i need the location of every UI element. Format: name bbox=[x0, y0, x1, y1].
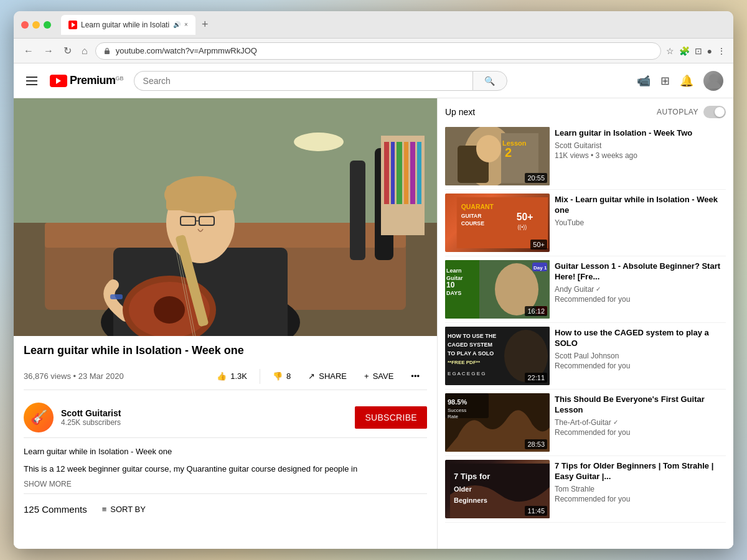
sidebar-video-2[interactable]: QUARANT GUITAR COURSE 50+ ((•)) 50+ Mix … bbox=[445, 190, 726, 256]
sidebar-video-title-2: Mix - Learn guitar while in Isolation - … bbox=[555, 195, 726, 216]
video-info: Learn guitar while in Isolation - Week o… bbox=[14, 336, 437, 527]
youtube-logo[interactable]: PremiumGB bbox=[50, 74, 124, 87]
forward-button[interactable]: → bbox=[41, 43, 56, 59]
svg-text:Rate: Rate bbox=[448, 414, 458, 419]
search-input[interactable] bbox=[134, 71, 472, 91]
subscribe-button[interactable]: SUBSCRIBE bbox=[355, 406, 427, 429]
thumbs-down-icon: 👎 bbox=[273, 371, 283, 381]
address-bar[interactable]: youtube.com/watch?v=ArpmmwRkJOQ bbox=[95, 42, 661, 60]
sidebar-thumb-2: QUARANT GUITAR COURSE 50+ ((•)) 50+ bbox=[445, 194, 550, 252]
sidebar-thumb-6: 7 Tips for Older Beginners 11:45 bbox=[445, 460, 550, 518]
sidebar-info-6: 7 Tips for Older Beginners | Tom Strahle… bbox=[555, 460, 726, 518]
svg-text:Learn: Learn bbox=[446, 268, 462, 274]
tab-close-button[interactable]: × bbox=[184, 21, 188, 28]
duration-badge-4: 22:11 bbox=[525, 373, 547, 383]
svg-text:7 Tips for: 7 Tips for bbox=[454, 472, 490, 481]
user-avatar[interactable] bbox=[703, 71, 723, 91]
sidebar-video-6[interactable]: 7 Tips for Older Beginners 11:45 7 Tips … bbox=[445, 456, 726, 523]
sidebar-video-title-5: This Should Be Everyone's First Guitar L… bbox=[555, 394, 726, 416]
sort-icon: ≡ bbox=[102, 505, 107, 514]
sidebar-video-1[interactable]: Lesson 2 20:55 Learn guitar in Isolation… bbox=[445, 123, 726, 190]
save-button[interactable]: + SAVE bbox=[357, 368, 401, 385]
video-player[interactable] bbox=[14, 98, 437, 336]
sidebar-channel-2: YouTube bbox=[555, 218, 726, 227]
youtube-play-icon bbox=[56, 78, 61, 84]
notifications-bell-icon[interactable]: 🔔 bbox=[680, 74, 693, 88]
svg-text:**FREE PDF**: **FREE PDF** bbox=[448, 360, 481, 365]
svg-text:DAYS: DAYS bbox=[446, 290, 461, 296]
svg-text:50+: 50+ bbox=[517, 212, 533, 222]
comments-count: 125 Comments bbox=[24, 504, 87, 515]
like-count: 1.3K bbox=[230, 371, 247, 381]
video-frame bbox=[14, 98, 437, 336]
share-button[interactable]: ↗ SHARE bbox=[301, 368, 354, 385]
home-button[interactable]: ⌂ bbox=[79, 43, 90, 59]
svg-point-27 bbox=[154, 296, 185, 324]
maximize-window-button[interactable] bbox=[44, 21, 51, 29]
sort-by-button[interactable]: ≡ SORT BY bbox=[102, 505, 146, 514]
svg-rect-16 bbox=[417, 142, 421, 204]
header-right-actions: 📹 ⊞ 🔔 bbox=[637, 71, 723, 91]
channel-name[interactable]: Scott Guitarist bbox=[61, 408, 121, 418]
description-body: This is a 12 week beginner guitar course… bbox=[24, 463, 427, 475]
save-icon: + bbox=[364, 371, 369, 381]
up-next-label: Up next bbox=[445, 107, 475, 117]
sidebar-meta-6: Recommended for you bbox=[555, 495, 726, 503]
svg-text:QUARANT: QUARANT bbox=[461, 203, 494, 210]
svg-rect-14 bbox=[404, 142, 408, 204]
svg-rect-11 bbox=[384, 142, 389, 204]
autoplay-area: AUTOPLAY bbox=[657, 106, 726, 118]
active-tab[interactable]: Learn guitar while in Isolati 🔊 × bbox=[61, 15, 195, 35]
dislike-button[interactable]: 👎 8 bbox=[265, 368, 298, 385]
duration-badge-3: 16:12 bbox=[525, 306, 547, 316]
more-options-button[interactable]: ••• bbox=[403, 368, 427, 385]
minimize-window-button[interactable] bbox=[32, 21, 40, 29]
sidebar-info-4: How to use the CAGED system to play a SO… bbox=[555, 327, 726, 385]
show-more-button[interactable]: SHOW MORE bbox=[24, 480, 427, 488]
sidebar-meta-3: Recommended for you bbox=[555, 295, 726, 304]
channel-avatar[interactable]: 🎸 bbox=[24, 403, 54, 432]
title-bar: Learn guitar while in Isolati 🔊 × + bbox=[14, 11, 733, 39]
autoplay-label: AUTOPLAY bbox=[657, 108, 698, 116]
page-content: PremiumGB 🔍 📹 ⊞ 🔔 bbox=[14, 63, 733, 549]
sidebar-video-title-3: Guitar Lesson 1 - Absolute Beginner? Sta… bbox=[555, 261, 726, 282]
sidebar-video-5[interactable]: 98.5% Success Rate 28:53 This Should Be … bbox=[445, 390, 726, 456]
cast-icon[interactable]: ⊡ bbox=[695, 46, 702, 56]
tab-area: Learn guitar while in Isolati 🔊 × + bbox=[61, 15, 726, 35]
close-window-button[interactable] bbox=[21, 21, 29, 29]
sidebar-meta-5: Recommended for you bbox=[555, 428, 726, 437]
autoplay-toggle[interactable] bbox=[703, 106, 726, 118]
action-divider-1 bbox=[260, 369, 260, 384]
browser-menu-button[interactable]: ⋮ bbox=[717, 46, 726, 56]
hamburger-menu-button[interactable] bbox=[24, 74, 40, 88]
sidebar-info-3: Guitar Lesson 1 - Absolute Beginner? Sta… bbox=[555, 260, 726, 319]
verified-icon-5: ✓ bbox=[613, 419, 618, 426]
sidebar-thumb-3: Learn Guitar 10 DAYS Day 1 AG bbox=[445, 260, 550, 319]
bookmark-icon[interactable]: ☆ bbox=[666, 46, 674, 56]
sidebar-info-5: This Should Be Everyone's First Guitar L… bbox=[555, 393, 726, 452]
video-meta: 36,876 views • 23 Mar 2020 👍 1.3K � bbox=[24, 363, 427, 390]
sidebar-thumb-1: Lesson 2 20:55 bbox=[445, 127, 550, 185]
svg-rect-12 bbox=[391, 142, 395, 204]
apps-grid-icon[interactable]: ⊞ bbox=[660, 74, 670, 88]
svg-text:Older: Older bbox=[454, 485, 472, 493]
search-button[interactable]: 🔍 bbox=[472, 71, 507, 91]
new-tab-button[interactable]: + bbox=[198, 18, 212, 31]
extensions-icon[interactable]: 🧩 bbox=[679, 46, 690, 56]
svg-text:GUITAR: GUITAR bbox=[461, 213, 482, 219]
like-button[interactable]: 👍 1.3K bbox=[209, 368, 255, 385]
youtube-header: PremiumGB 🔍 📹 ⊞ 🔔 bbox=[14, 63, 733, 98]
svg-rect-21 bbox=[166, 185, 235, 210]
channel-emoji: 🎸 bbox=[31, 409, 47, 426]
traffic-lights bbox=[21, 21, 51, 29]
svg-text:CAGED SYSTEM: CAGED SYSTEM bbox=[448, 342, 492, 348]
profile-button[interactable]: ● bbox=[707, 46, 712, 56]
sidebar-video-4[interactable]: HOW TO USE THE CAGED SYSTEM TO PLAY A SO… bbox=[445, 323, 726, 390]
nav-bar: ← → ↻ ⌂ youtube.com/watch?v=ArpmmwRkJOQ … bbox=[14, 39, 733, 63]
svg-text:COURSE: COURSE bbox=[461, 220, 484, 226]
sidebar: Up next AUTOPLAY bbox=[437, 98, 733, 549]
sidebar-video-3[interactable]: Learn Guitar 10 DAYS Day 1 AG bbox=[445, 256, 726, 323]
refresh-button[interactable]: ↻ bbox=[61, 42, 74, 59]
upload-video-icon[interactable]: 📹 bbox=[637, 74, 651, 88]
back-button[interactable]: ← bbox=[21, 43, 36, 59]
